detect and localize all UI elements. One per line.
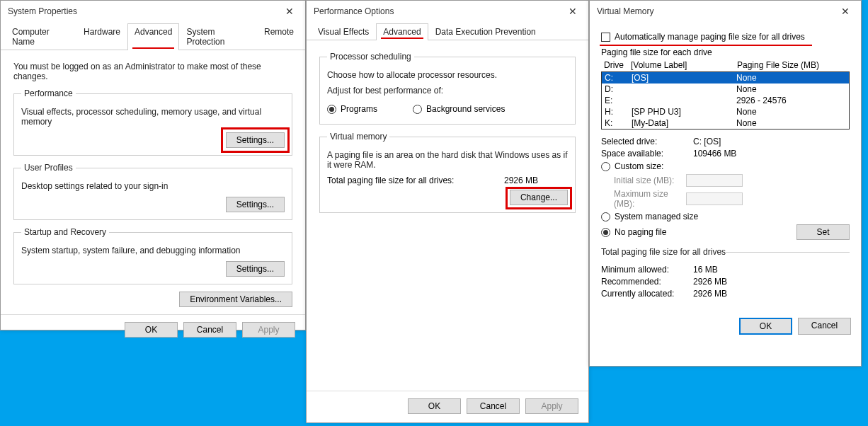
drive-row[interactable]: D:None [602, 84, 849, 95]
tab-data-execution-prevention[interactable]: Data Execution Prevention [428, 23, 543, 40]
change-button[interactable]: Change... [510, 190, 568, 205]
maximum-size-label: Maximum size (MB): [601, 189, 686, 209]
radio-label: Programs [341, 104, 377, 114]
group-legend: User Profiles [21, 163, 76, 173]
highlight-automanage [600, 45, 812, 46]
maximum-size-input[interactable] [686, 192, 743, 205]
min-value: 16 MB [693, 265, 850, 275]
dialog-title: Virtual Memory [597, 6, 653, 16]
space-available-value: 109466 MB [693, 149, 850, 159]
programs-radio[interactable]: Programs [327, 104, 377, 114]
performance-group: Performance Visual effects, processor sc… [13, 88, 292, 156]
titlebar: System Properties ✕ [1, 1, 305, 22]
drive-letter: K: [605, 118, 632, 128]
total-paging-value: 2926 MB [504, 175, 568, 185]
tab-hardware[interactable]: Hardware [76, 23, 127, 50]
radio-icon [327, 105, 336, 114]
tab-visual-effects[interactable]: Visual Effects [311, 23, 376, 40]
vm-content: Automatically manage paging file size fo… [590, 22, 861, 311]
cancel-button[interactable]: Cancel [183, 322, 236, 338]
tab-computer-name[interactable]: Computer Name [5, 23, 76, 50]
totals-group: Total paging file size for all drives Mi… [601, 247, 850, 301]
drive-row[interactable]: H:[SP PHD U3]None [602, 106, 849, 117]
radio-label: Custom size: [615, 161, 663, 171]
close-icon[interactable]: ✕ [831, 1, 860, 22]
dialog-buttons: OK Cancel Apply [1, 314, 305, 345]
tab-remote[interactable]: Remote [257, 23, 301, 50]
titlebar: Virtual Memory ✕ [590, 1, 861, 22]
environment-variables-button[interactable]: Environment Variables... [179, 292, 292, 307]
system-managed-radio[interactable]: System managed size [601, 212, 850, 221]
ok-button[interactable]: OK [408, 398, 461, 414]
drive-letter: E: [605, 96, 632, 105]
drive-size: None [736, 107, 846, 117]
initial-size-input[interactable] [686, 174, 743, 187]
radio-icon [601, 212, 610, 221]
ok-button[interactable]: OK [125, 322, 178, 338]
admin-note: You must be logged on as an Administrato… [13, 62, 292, 81]
drive-size: 2926 - 24576 [736, 96, 846, 105]
dialog-title: Performance Options [314, 6, 394, 16]
drive-letter: D: [605, 84, 632, 94]
drive-row[interactable]: K:[My-Data]None [602, 117, 849, 129]
space-available-label: Space available: [601, 149, 693, 159]
group-legend: Virtual memory [327, 132, 389, 142]
cancel-button[interactable]: Cancel [467, 398, 520, 414]
dialog-buttons: OK Cancel [590, 311, 861, 342]
selected-drive-label: Selected drive: [601, 137, 693, 146]
performance-options-dialog: Performance Options ✕ Visual EffectsAdva… [306, 0, 589, 423]
total-paging-label: Total paging file size for all drives: [327, 175, 504, 185]
profiles-settings-button[interactable]: Settings... [226, 197, 285, 212]
rec-value: 2926 MB [693, 277, 850, 287]
col-label: [Volume Label] [631, 60, 737, 70]
totals-legend: Total paging file size for all drives [601, 247, 726, 257]
drive-label: [My-Data] [632, 118, 736, 128]
rec-label: Recommended: [601, 277, 693, 287]
startup-settings-button[interactable]: Settings... [226, 261, 285, 277]
dialog-title: System Properties [8, 6, 77, 16]
drive-row[interactable]: C:[OS]None [602, 72, 849, 84]
drive-row[interactable]: E:2926 - 24576 [602, 95, 849, 106]
background-services-radio[interactable]: Background services [413, 104, 505, 114]
virtual-memory-group: Virtual memory A paging file is an area … [319, 132, 576, 213]
min-label: Minimum allowed: [601, 265, 693, 275]
close-icon[interactable]: ✕ [559, 1, 587, 22]
paging-list-title: Paging file size for each drive [601, 47, 850, 57]
apply-button[interactable]: Apply [525, 398, 578, 414]
cancel-button[interactable]: Cancel [798, 318, 851, 335]
group-desc: Desktop settings related to your sign-in [21, 181, 285, 191]
tab-advanced[interactable]: Advanced [376, 23, 428, 40]
drive-list[interactable]: C:[OS]NoneD:NoneE:2926 - 24576H:[SP PHD … [601, 71, 850, 129]
user-profiles-group: User Profiles Desktop settings related t… [13, 163, 292, 220]
selected-drive-value: C: [OS] [693, 137, 850, 146]
radio-label: No paging file [615, 227, 666, 237]
drive-size: None [736, 73, 846, 83]
radio-icon [601, 162, 610, 171]
set-button[interactable]: Set [796, 224, 850, 240]
cur-value: 2926 MB [693, 289, 850, 299]
performance-settings-button[interactable]: Settings... [226, 132, 285, 148]
tab-advanced[interactable]: Advanced [127, 23, 179, 50]
no-paging-file-radio[interactable]: No paging file [601, 227, 796, 237]
tab-system-protection[interactable]: System Protection [179, 23, 257, 50]
titlebar: Performance Options ✕ [307, 1, 588, 22]
drive-size: None [736, 118, 846, 128]
ok-button[interactable]: OK [739, 318, 792, 335]
radio-icon [601, 228, 610, 237]
custom-size-radio[interactable]: Custom size: [601, 161, 850, 171]
auto-manage-checkbox[interactable]: Automatically manage paging file size fo… [601, 32, 850, 42]
apply-button[interactable]: Apply [242, 322, 295, 338]
drive-letter: H: [605, 107, 632, 117]
group-desc: Choose how to allocate processor resourc… [327, 70, 568, 80]
close-icon[interactable]: ✕ [275, 1, 304, 22]
tab-strip: Computer NameHardwareAdvancedSystem Prot… [1, 22, 305, 50]
group-legend: Processor scheduling [327, 52, 414, 62]
group-legend: Startup and Recovery [21, 227, 109, 237]
group-desc: A paging file is an area on the hard dis… [327, 150, 568, 170]
radio-label: System managed size [615, 212, 698, 221]
drive-label: [OS] [632, 73, 736, 83]
drive-label [632, 84, 736, 94]
system-properties-dialog: System Properties ✕ Computer NameHardwar… [0, 0, 306, 330]
radio-label: Background services [426, 104, 505, 114]
startup-recovery-group: Startup and Recovery System startup, sys… [13, 227, 292, 284]
